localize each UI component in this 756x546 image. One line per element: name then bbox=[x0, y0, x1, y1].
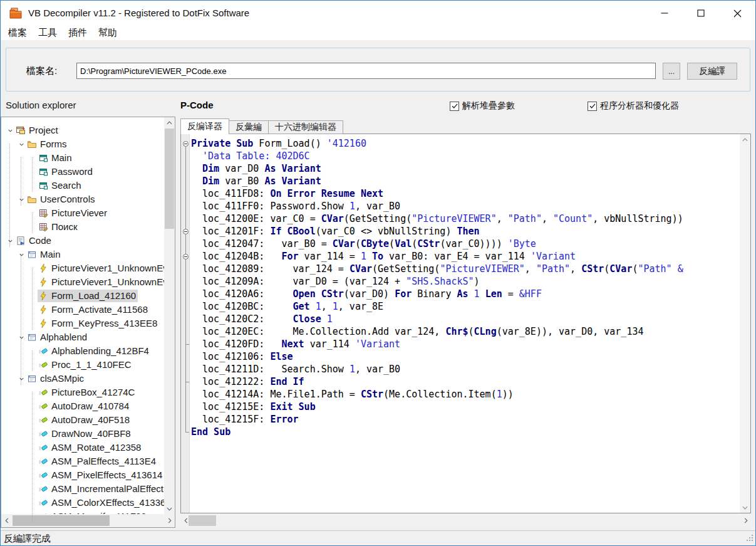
code-line-3[interactable]: Dim var_D0 As Variant bbox=[191, 162, 739, 175]
parse-stack-params-checkbox[interactable]: 解析堆疊參數 bbox=[450, 100, 515, 112]
tree-item-ASM_Magnify_411F88[interactable]: ASM_Magnify_411F88 bbox=[1, 510, 164, 514]
code-line-23[interactable]: loc_41215F: Error bbox=[191, 413, 739, 426]
tree-item-Main[interactable]: Main bbox=[1, 151, 164, 165]
tree-item-Code[interactable]: Code bbox=[1, 234, 164, 248]
tree-item-PictureBox_41274C[interactable]: PictureBox_41274C bbox=[1, 386, 164, 399]
tree-vscroll-thumb[interactable] bbox=[165, 129, 174, 229]
tree-item-Proc_1_1_410FEC[interactable]: Proc_1_1_410FEC bbox=[1, 358, 164, 372]
tree-item-Alphablend[interactable]: Alphablend bbox=[1, 330, 164, 344]
code-line-20[interactable]: loc_412122: End If bbox=[191, 375, 739, 388]
code-vscrollbar[interactable] bbox=[740, 134, 750, 513]
code-line-13[interactable]: loc_4120A6: Open CStr(var_D0) For Binary… bbox=[191, 288, 739, 300]
proc-cyan-icon bbox=[38, 484, 49, 494]
tree-item-label: PictureBox_41274C bbox=[51, 386, 135, 399]
menu-item-2[interactable]: 工具 bbox=[33, 27, 63, 39]
code-hscroll-thumb[interactable] bbox=[189, 515, 216, 526]
tree-item-UserControls[interactable]: UserControls bbox=[1, 192, 164, 206]
close-button[interactable] bbox=[719, 1, 755, 26]
code-line-16[interactable]: loc_4120EC: Me.Collection.Add var_124, C… bbox=[191, 325, 739, 338]
tree-item-clsASMpic[interactable]: clsASMpic bbox=[1, 372, 164, 386]
chevron-down-icon[interactable] bbox=[16, 139, 26, 149]
scroll-left-arrow-icon[interactable] bbox=[1, 515, 12, 526]
chevron-down-icon[interactable] bbox=[5, 125, 15, 135]
code-line-12[interactable]: loc_41209A: var_D0 = (var_124 + "SHS.Sha… bbox=[191, 275, 739, 288]
scroll-right-arrow-icon[interactable] bbox=[164, 515, 175, 526]
code-editor[interactable]: Private Sub Form_Load() '412160 'Data Ta… bbox=[180, 134, 751, 513]
chevron-down-icon[interactable] bbox=[16, 374, 26, 384]
tree-item-Main[interactable]: Main bbox=[1, 248, 164, 261]
code-line-14[interactable]: loc_4120BC: Get 1, 1, var_8E bbox=[191, 300, 739, 313]
browse-button[interactable]: ... bbox=[663, 63, 680, 80]
chevron-down-icon[interactable] bbox=[16, 249, 26, 260]
menu-item-1[interactable]: 檔案 bbox=[3, 27, 33, 39]
code-line-2[interactable]: 'Data Table: 402D6C bbox=[191, 150, 739, 162]
tree-item-content: Main bbox=[38, 152, 74, 164]
tab-1[interactable]: 反编译器 bbox=[180, 118, 229, 134]
tree-item-Поиск[interactable]: Поиск bbox=[1, 220, 164, 234]
scroll-down-arrow-icon[interactable] bbox=[740, 502, 750, 513]
tree-item-PictureViever1_UnknownEv[interactable]: PictureViever1_UnknownEv bbox=[1, 261, 164, 275]
scroll-up-arrow-icon[interactable] bbox=[740, 134, 750, 145]
menu-item-3[interactable]: 插件 bbox=[63, 27, 93, 39]
tree-item-Form_KeyPress_413EE8[interactable]: Form_KeyPress_413EE8 bbox=[1, 317, 164, 330]
menu-item-4[interactable]: 幫助 bbox=[93, 27, 123, 39]
tree-item-Forms[interactable]: Forms bbox=[1, 137, 164, 151]
tree-item-content: Поиск bbox=[38, 221, 80, 233]
code-line-1[interactable]: Private Sub Form_Load() '412160 bbox=[191, 137, 739, 150]
maximize-button[interactable] bbox=[683, 1, 719, 26]
fold-end-corner bbox=[185, 432, 189, 433]
file-path-input[interactable] bbox=[76, 63, 656, 79]
chevron-down-icon[interactable] bbox=[5, 236, 15, 246]
scroll-right-arrow-icon[interactable] bbox=[740, 515, 751, 526]
code-line-11[interactable]: loc_412089: var_124 = CVar(GetSetting("P… bbox=[191, 263, 739, 275]
tree-item-Password[interactable]: Password bbox=[1, 165, 164, 179]
tree-item-PictureViever[interactable]: PictureViever bbox=[1, 206, 164, 220]
tree-item-DrawNow_40FBF8[interactable]: DrawNow_40FBF8 bbox=[1, 427, 164, 441]
chevron-down-icon[interactable] bbox=[16, 332, 26, 342]
tree-item-Form_Load_412160[interactable]: Form_Load_412160 bbox=[1, 289, 164, 303]
tree-hscrollbar[interactable] bbox=[1, 514, 175, 527]
tree-item-ASM_PalEffects_4113E4[interactable]: ASM_PalEffects_4113E4 bbox=[1, 454, 164, 468]
tree-item-Search[interactable]: Search bbox=[1, 179, 164, 192]
code-line-5[interactable]: loc_411FD8: On Error Resume Next bbox=[191, 187, 739, 200]
code-line-4[interactable]: Dim var_B0 As Variant bbox=[191, 175, 739, 187]
code-hscrollbar[interactable] bbox=[180, 514, 751, 527]
fold-collapse-icon[interactable] bbox=[183, 229, 189, 234]
code-line-17[interactable]: loc_4120FD: Next var_114 'Variant bbox=[191, 338, 739, 350]
tree-item-ASM_IncrementalPalEffect[interactable]: ASM_IncrementalPalEffect bbox=[1, 482, 164, 496]
chevron-down-icon[interactable] bbox=[16, 194, 26, 204]
code-line-22[interactable]: loc_41215E: Exit Sub bbox=[191, 401, 739, 413]
code-line-6[interactable]: loc_411FF0: Password.Show 1, var_B0 bbox=[191, 200, 739, 213]
decompile-button[interactable]: 反編譯 bbox=[687, 63, 737, 80]
fold-collapse-icon[interactable] bbox=[183, 141, 189, 147]
code-line-19[interactable]: loc_41211D: Search.Show 1, var_B0 bbox=[191, 363, 739, 375]
tree-item-ASM_PixelEffects_413614[interactable]: ASM_PixelEffects_413614 bbox=[1, 468, 164, 482]
fold-collapse-icon[interactable] bbox=[183, 254, 189, 260]
code-line-21[interactable]: loc_41214A: Me.File1.Path = CStr(Me.Coll… bbox=[191, 388, 739, 401]
tree-item-ASM_Rotate_412358[interactable]: ASM_Rotate_412358 bbox=[1, 441, 164, 454]
tree-item-Form_Activate_411568[interactable]: Form_Activate_411568 bbox=[1, 303, 164, 317]
code-line-18[interactable]: loc_412106: Else bbox=[191, 350, 739, 363]
code-line-9[interactable]: loc_412047: var_B0 = CVar(CByte(Val(CStr… bbox=[191, 238, 739, 250]
tree-item-AutoDraw_40F518[interactable]: AutoDraw_40F518 bbox=[1, 413, 164, 427]
code-line-8[interactable]: loc_41201F: If CBool(var_C0 <> vbNullStr… bbox=[191, 225, 739, 238]
scroll-down-arrow-icon[interactable] bbox=[164, 503, 175, 514]
tree-item-PictureViever1_UnknownEv[interactable]: PictureViever1_UnknownEv bbox=[1, 275, 164, 289]
code-line-24[interactable]: End Sub bbox=[191, 426, 739, 438]
minimize-button[interactable] bbox=[646, 1, 683, 26]
analyzer-optimizer-checkbox[interactable]: 程序分析器和優化器 bbox=[588, 100, 679, 112]
tree-vscrollbar[interactable] bbox=[164, 117, 175, 514]
code-text[interactable]: Private Sub Form_Load() '412160 'Data Ta… bbox=[191, 137, 739, 438]
tab-3[interactable]: 十六进制编辑器 bbox=[269, 120, 343, 134]
tree-item-Alphablending_412BF4[interactable]: Alphablending_412BF4 bbox=[1, 344, 164, 358]
tree-item-AutoDraw_410784[interactable]: AutoDraw_410784 bbox=[1, 399, 164, 413]
tree-hscroll-thumb[interactable] bbox=[13, 515, 110, 526]
code-line-10[interactable]: loc_41204B: For var_114 = 1 To var_B0: v… bbox=[191, 250, 739, 263]
code-line-15[interactable]: loc_4120C2: Close 1 bbox=[191, 313, 739, 325]
resize-grip[interactable] bbox=[745, 533, 753, 544]
tree-item-ASM_ColorXEffects_41336[interactable]: ASM_ColorXEffects_41336 bbox=[1, 496, 164, 510]
tree-item-Project[interactable]: Project bbox=[1, 123, 164, 137]
scroll-up-arrow-icon[interactable] bbox=[164, 117, 175, 128]
code-line-7[interactable]: loc_41200E: var_C0 = CVar(GetSetting("Pi… bbox=[191, 213, 739, 225]
tab-2[interactable]: 反彙編 bbox=[229, 120, 269, 134]
